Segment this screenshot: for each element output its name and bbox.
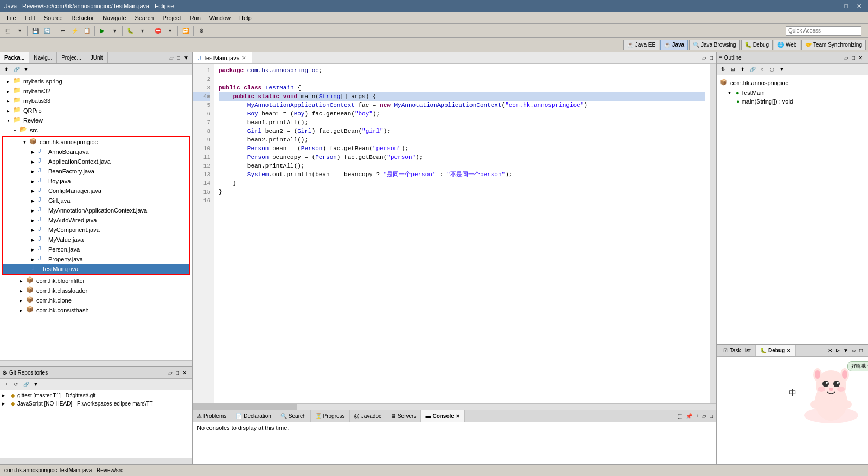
editor-max-icon[interactable]: □ <box>709 55 714 61</box>
task-panel-btn-2[interactable]: ⊳ <box>834 348 841 353</box>
editor-tab-close[interactable]: ✕ <box>242 55 246 61</box>
tree-item-consisthash[interactable]: 📦 com.hk.consisthash <box>0 305 192 315</box>
tree-item-myannotation[interactable]: J MyAnnotationApplicationContext.java <box>3 205 189 215</box>
tree-item-bloomfilter[interactable]: 📦 com.hk.bloomfilter <box>0 276 192 286</box>
outline-static-icon[interactable]: ◌ <box>768 65 776 74</box>
outline-filter-icon[interactable]: ⊟ <box>729 65 737 74</box>
outline-max-icon[interactable]: □ <box>851 55 856 61</box>
panel-menu-icon[interactable]: ▼ <box>22 65 30 74</box>
toolbar-btn-10[interactable]: ▾ <box>164 25 175 36</box>
console-tab-close[interactable]: ✕ <box>456 414 460 419</box>
console-min-icon[interactable]: ▱ <box>701 413 707 419</box>
tree-item-testmain[interactable]: J TestMain.java <box>3 264 189 274</box>
perspective-javabrowsing[interactable]: 🔍 Java Browsing <box>689 40 740 50</box>
git-panel-max[interactable]: □ <box>175 370 180 376</box>
tab-debug[interactable]: 🐛 Debug ✕ <box>756 345 796 356</box>
menu-search[interactable]: Search <box>131 14 158 22</box>
tree-item-clone[interactable]: 📦 com.hk.clone <box>0 295 192 305</box>
git-link-icon[interactable]: 🔗 <box>22 380 30 389</box>
git-item-javascript[interactable]: ◆ JavaScript [NO-HEAD] - F:\workspaces-e… <box>0 400 192 408</box>
tree-item-src[interactable]: 📂 src <box>0 125 192 135</box>
minimize-button[interactable]: – <box>830 3 838 10</box>
tab-progress[interactable]: ⏳ Progress <box>311 410 350 422</box>
maximize-panel-icon[interactable]: □ <box>176 55 181 61</box>
console-new-icon[interactable]: + <box>694 413 700 419</box>
tab-problems[interactable]: ⚠ Problems <box>193 410 231 422</box>
tree-item-myvalue[interactable]: J MyValue.java <box>3 235 189 245</box>
perspective-teamsync[interactable]: 🤝 Team Synchronizing <box>801 40 866 50</box>
menu-window[interactable]: Window <box>205 14 235 22</box>
toolbar-save[interactable]: 💾 <box>30 25 41 36</box>
package-tree[interactable]: 📁 mybatis-spring 📁 mybatis32 📁 mybatis33… <box>0 75 192 360</box>
git-panel-min[interactable]: ▱ <box>167 370 174 376</box>
toolbar-btn-1[interactable]: ⬚ <box>2 25 13 36</box>
menu-run[interactable]: Run <box>186 14 205 22</box>
menu-file[interactable]: File <box>2 14 21 22</box>
tab-servers[interactable]: 🖥 Servers <box>386 410 421 422</box>
perspective-debug[interactable]: 🐛 Debug <box>741 40 773 50</box>
close-button[interactable]: ✕ <box>854 3 864 10</box>
toolbar-btn-7[interactable]: ▾ <box>109 25 120 36</box>
outline-fields-icon[interactable]: ○ <box>758 65 767 74</box>
menu-help[interactable]: Help <box>235 14 256 22</box>
menu-project[interactable]: Project <box>158 14 185 22</box>
outline-collapse-icon[interactable]: ⬆ <box>738 65 747 74</box>
tree-item-mybatis33[interactable]: 📁 mybatis33 <box>0 96 192 106</box>
tree-item-boy[interactable]: J Boy.java <box>3 176 189 186</box>
editor-hscrollbar[interactable] <box>193 403 716 410</box>
console-max-icon[interactable]: □ <box>709 413 714 419</box>
toolbar-btn-4[interactable]: ⬅ <box>58 25 68 36</box>
quick-access-input[interactable] <box>786 26 861 36</box>
tree-item-classloader[interactable]: 📦 com.hk.classloader <box>0 286 192 295</box>
git-menu-icon[interactable]: ▼ <box>31 380 40 389</box>
toolbar-debug[interactable]: 🐛 <box>125 25 136 36</box>
git-hscrollbar[interactable] <box>0 458 192 464</box>
tab-project[interactable]: Projec... <box>57 52 86 63</box>
menu-refactor[interactable]: Refactor <box>67 14 99 22</box>
perspective-java[interactable]: ☕ Java <box>660 40 688 50</box>
tree-item-review[interactable]: 📁 Review <box>0 115 192 125</box>
minimize-panel-icon[interactable]: ▱ <box>168 55 175 61</box>
outline-menu-icon[interactable]: ▼ <box>777 65 786 74</box>
tree-item-property[interactable]: J Property.java <box>3 254 189 264</box>
toolbar-btn-11[interactable]: 🔁 <box>180 25 191 36</box>
menu-source[interactable]: Source <box>40 14 67 22</box>
tree-item-myautowired[interactable]: J MyAutoWired.java <box>3 215 189 225</box>
task-panel-max-icon[interactable]: □ <box>858 348 864 353</box>
tab-console[interactable]: ▬ Console ✕ <box>421 410 464 422</box>
toolbar-btn-3[interactable]: 🔄 <box>42 25 53 36</box>
tree-item-qrpro[interactable]: 📁 QRPro <box>0 106 192 115</box>
tab-search[interactable]: 🔍 Search <box>276 410 311 422</box>
tab-tasklist[interactable]: ☑ Task List <box>719 345 756 356</box>
tree-item-mybatis32[interactable]: 📁 mybatis32 <box>0 86 192 96</box>
tree-item-annobean[interactable]: J AnnoBean.java <box>3 147 189 157</box>
tree-item-appcontext[interactable]: J ApplicationContext.java <box>3 157 189 166</box>
tab-package-explorer[interactable]: Packa... <box>0 52 29 63</box>
link-editor-icon[interactable]: 🔗 <box>12 65 21 74</box>
git-tree[interactable]: ◆ gittest [master T1] - D:\gittest\.git … <box>0 390 192 458</box>
menu-navigate[interactable]: Navigate <box>98 14 130 22</box>
tree-item-annospringioc-pkg[interactable]: 📦 com.hk.annospringioc <box>3 137 189 147</box>
console-open-icon[interactable]: ⬚ <box>676 413 684 419</box>
close-panel-icon[interactable]: ▼ <box>182 55 190 61</box>
tab-declaration[interactable]: 📄 Declaration <box>231 410 276 422</box>
perspective-web[interactable]: 🌐 Web <box>774 40 800 50</box>
maximize-button[interactable]: □ <box>842 3 850 10</box>
toolbar-btn-8[interactable]: ▾ <box>137 25 148 36</box>
editor-tab-testmain[interactable]: J TestMain.java ✕ <box>193 52 252 63</box>
toolbar-btn-2[interactable]: ▾ <box>14 25 25 36</box>
editor-min-icon[interactable]: ▱ <box>701 55 707 61</box>
tree-item-mycomponent[interactable]: J MyComponent.java <box>3 225 189 235</box>
editor-vscrollbar[interactable] <box>710 64 716 403</box>
toolbar-btn-12[interactable]: ⚙ <box>196 25 207 36</box>
outline-item-main[interactable]: ● main(String[]) : void <box>719 97 866 106</box>
toolbar-btn-6[interactable]: 📋 <box>81 25 92 36</box>
toolbar-btn-5[interactable]: ⚡ <box>69 25 80 36</box>
perspective-javaee[interactable]: ☕ Java EE <box>623 40 659 50</box>
tree-item-mybatis-spring[interactable]: 📁 mybatis-spring <box>0 76 192 86</box>
git-panel-close[interactable]: ✕ <box>181 370 188 376</box>
outline-sort-icon[interactable]: ⇅ <box>719 65 727 74</box>
outline-close-icon[interactable]: ✕ <box>857 55 864 61</box>
tree-item-person[interactable]: J Person.java <box>3 245 189 254</box>
outline-min-icon[interactable]: ▱ <box>843 55 850 61</box>
